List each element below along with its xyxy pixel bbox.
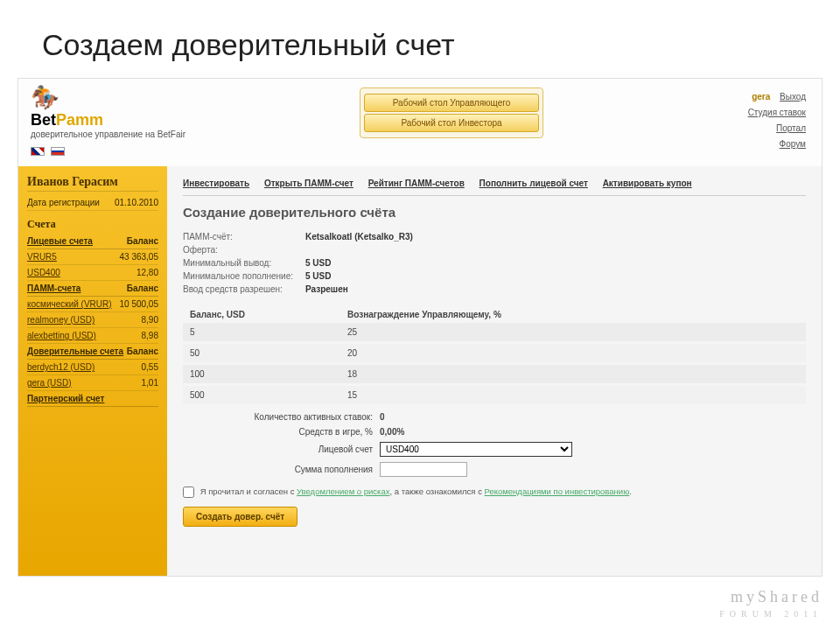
lbl: Средств в игре, % [183, 427, 380, 437]
agree-block: Я прочитал и согласен с Уведомлением о р… [183, 480, 806, 507]
h-trust: Доверительные счета [27, 346, 123, 356]
v: 5 USD [305, 271, 331, 281]
slide-title: Создаем доверительный счет [0, 0, 840, 78]
sidebar-item-gera[interactable]: gera (USD)1,01 [27, 375, 158, 391]
sidebar-item-realmoney[interactable]: realmoney (USD)8,90 [27, 312, 158, 328]
sidebar-trust-header: Доверительные счета Баланс [27, 344, 158, 360]
v: Ketsalkoatl (Ketsalko_R3) [305, 232, 413, 242]
studio-link[interactable]: Студия ставок [748, 108, 806, 117]
val: 0,00% [380, 427, 404, 437]
tier-row: 50015 [183, 386, 806, 404]
menu-open-pamm[interactable]: Открыть ПАММ-счет [264, 178, 354, 188]
flag-ru-icon[interactable] [51, 147, 65, 156]
agree-checkbox[interactable] [183, 486, 194, 498]
recommend-link[interactable]: Рекомендациями по инвестированию [485, 486, 630, 496]
sidebar-item-berdych[interactable]: berdych12 (USD)0,55 [27, 360, 158, 375]
h-balance-3: Баланс [127, 346, 158, 356]
watermark: myShared FORUM 2011 [719, 588, 822, 623]
v: Разрешен [305, 284, 348, 294]
sidebar-item-cosmic[interactable]: космический (VRUR)10 500,05 [27, 297, 158, 312]
sum-input[interactable] [380, 462, 467, 477]
sidebar-item-alexbetting[interactable]: alexbetting (USD)8,98 [27, 328, 158, 344]
th-reward: Вознаграждение Управляющему, % [347, 310, 501, 319]
k: ПАММ-счёт: [183, 232, 305, 242]
cell-bal: 5 [190, 327, 347, 337]
sidebar-pamm-header: ПАММ-счета Баланс [27, 281, 158, 297]
menu-rating[interactable]: Рейтинг ПАММ-счетов [368, 178, 465, 188]
sidebar-personal-header: Лицевые счета Баланс [27, 234, 158, 249]
acct-bal: 10 500,05 [120, 299, 159, 309]
row-active-bets: Количество активных ставок:0 [183, 410, 806, 424]
sidebar-username: Иванов Герасим [27, 175, 158, 192]
portal-link[interactable]: Портал [776, 123, 806, 133]
username-label: gera [752, 92, 770, 102]
sidebar-item-vrur5[interactable]: VRUR543 363,05 [27, 249, 158, 265]
v: 5 USD [305, 258, 331, 268]
cell-bal: 100 [190, 369, 347, 379]
logo-icon: 🏇 [31, 84, 186, 111]
logo-brand-a: Bet [31, 111, 56, 129]
menu-topup[interactable]: Пополнить лицевой счет [480, 178, 588, 188]
reg-date: 01.10.2010 [115, 198, 158, 207]
investor-desk-button[interactable]: Рабочий стол Инвестора [364, 114, 539, 132]
cell-rew: 20 [347, 348, 357, 358]
create-account-button[interactable]: Создать довер. счёт [183, 507, 298, 527]
logo-subtitle: доверительное управление на BetFair [31, 130, 186, 139]
k: Ввод средств разрешен: [183, 284, 305, 294]
acct-link[interactable]: alexbetting (USD) [27, 331, 96, 340]
sidebar: Иванов Герасим Дата регистрации 01.10.20… [18, 166, 167, 576]
tier-row: 10018 [183, 365, 806, 383]
app-frame: 🏇 BetPamm доверительное управление на Be… [18, 78, 822, 577]
th-balance: Баланс, USD [190, 310, 347, 319]
account-select[interactable]: USD400 [380, 442, 572, 457]
cell-bal: 500 [190, 390, 347, 400]
logo-brand-b: Pamm [56, 111, 103, 129]
agree-text: . [629, 486, 632, 496]
cell-rew: 25 [347, 327, 357, 337]
acct-bal: 8,98 [142, 331, 158, 340]
val: 0 [380, 412, 385, 422]
row-inplay: Средств в игре, %0,00% [183, 424, 806, 439]
top-links: gera Выход Студия ставок Портал Форум [748, 89, 806, 152]
h-balance-1: Баланс [127, 236, 158, 246]
lbl: Сумма пополнения [183, 465, 380, 474]
watermark-sub: FORUM 2011 [719, 606, 822, 623]
menu-coupon[interactable]: Активировать купон [603, 178, 692, 188]
acct-link[interactable]: realmoney (USD) [27, 315, 94, 325]
acct-bal: 8,90 [142, 315, 158, 325]
content-area: Инвестировать Открыть ПАММ-счет Рейтинг … [167, 166, 822, 576]
acct-link[interactable]: berdych12 (USD) [27, 362, 94, 372]
sidebar-item-usd400[interactable]: USD40012,80 [27, 265, 158, 281]
k: Минимальный вывод: [183, 258, 305, 268]
k: Минимальное пополнение: [183, 271, 305, 281]
h-balance-2: Баланс [127, 284, 158, 293]
watermark-main: myShared [731, 588, 822, 606]
lbl: Количество активных ставок: [183, 412, 380, 422]
cell-rew: 15 [347, 390, 357, 400]
language-flags [31, 143, 186, 158]
menu-invest[interactable]: Инвестировать [183, 178, 249, 188]
tier-row: 525 [183, 323, 806, 341]
acct-link[interactable]: космический (VRUR) [27, 299, 112, 309]
logout-link[interactable]: Выход [780, 92, 806, 102]
sidebar-partner-header[interactable]: Партнерский счет [27, 391, 158, 407]
h-partner: Партнерский счет [27, 394, 104, 403]
acct-link[interactable]: VRUR5 [27, 252, 57, 262]
forum-link[interactable]: Форум [780, 139, 806, 149]
acct-link[interactable]: gera (USD) [27, 378, 72, 388]
app-header: 🏇 BetPamm доверительное управление на Be… [18, 79, 822, 166]
page-title: Создание доверительного счёта [183, 205, 806, 220]
acct-link[interactable]: USD400 [27, 268, 60, 277]
kv-allow: Ввод средств разрешен:Разрешен [183, 283, 806, 296]
main-menu: Инвестировать Открыть ПАММ-счет Рейтинг … [183, 175, 806, 196]
acct-bal: 0,55 [142, 362, 158, 372]
acct-bal: 43 363,05 [120, 252, 159, 262]
flag-uk-icon[interactable] [31, 147, 45, 156]
sidebar-regdate: Дата регистрации 01.10.2010 [27, 195, 158, 211]
agree-text: , а также ознакомился с [389, 486, 484, 496]
logo-block: 🏇 BetPamm доверительное управление на Be… [31, 84, 186, 158]
risk-link[interactable]: Уведомлением о рисках [297, 486, 389, 496]
tier-row: 5020 [183, 344, 806, 362]
manager-desk-button[interactable]: Рабочий стол Управляющего [364, 94, 539, 112]
kv-pamm: ПАММ-счёт:Ketsalkoatl (Ketsalko_R3) [183, 230, 806, 243]
